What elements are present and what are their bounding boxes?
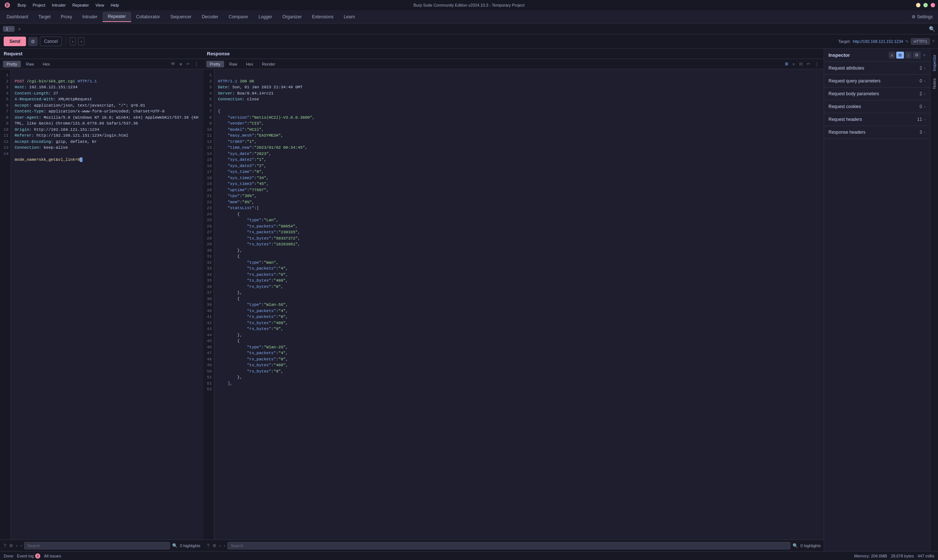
inspector-body-params[interactable]: Request body parameters 2 › (824, 88, 930, 100)
response-view-compact[interactable]: ⊟ (798, 61, 804, 67)
help-icon[interactable]: ? (932, 39, 934, 43)
edit-target-icon[interactable]: ✎ (906, 39, 909, 44)
nav-tab-learn[interactable]: Learn (338, 12, 360, 22)
millis-info: 447 millis (918, 554, 934, 558)
nav-tab-logger[interactable]: Logger (254, 12, 277, 22)
all-issues-link[interactable]: All issues (44, 554, 61, 558)
response-code-content[interactable]: HTTP/1.1 200 OK Date: Sun, 01 Jan 2023 2… (214, 69, 824, 540)
request-panel-actions: 👁 ≡ ↵ ⋮ (169, 60, 200, 68)
inspector-cookies[interactable]: Request cookies 0 › (824, 100, 930, 113)
response-search-settings-icon[interactable]: ⚙ (212, 542, 217, 549)
request-search-icon[interactable]: 🔍 (171, 542, 178, 549)
response-search-prev[interactable]: ‹ (219, 542, 221, 549)
side-tabs: Inspector Notes (930, 49, 938, 551)
response-view-list[interactable]: ≡ (791, 61, 796, 67)
status-left: Done Event log 2 All issues (4, 554, 61, 558)
cancel-button[interactable]: Cancel (40, 37, 62, 46)
menu-intruder[interactable]: Intruder (49, 2, 69, 8)
chevron-down-icon: › (924, 79, 926, 83)
response-highlights-count: 0 highlights (800, 543, 821, 548)
event-log-label: Event log (17, 554, 34, 558)
side-tab-inspector[interactable]: Inspector (931, 52, 938, 74)
request-search-settings-icon[interactable]: ⚙ (8, 542, 14, 549)
request-search-prev[interactable]: ‹ (15, 542, 18, 549)
request-panel: Request Pretty Raw Hex 👁 ≡ ↵ ⋮ 123456789… (0, 49, 203, 551)
nav-tab-repeater[interactable]: Repeater (103, 12, 131, 22)
response-panel: Response Pretty Raw Hex Render ⊞ ≡ ⊟ ↵ ⋮ (203, 49, 824, 551)
inspector-settings-btn[interactable]: ⚙ (913, 52, 921, 58)
side-tab-notes[interactable]: Notes (931, 75, 938, 92)
tab-close-1[interactable]: × (9, 27, 12, 31)
nav-tab-comparer[interactable]: Comparer (223, 12, 253, 22)
nav-tab-target[interactable]: Target (33, 12, 56, 22)
response-tab-render[interactable]: Render (258, 61, 279, 68)
send-options-button[interactable]: ⚙ (28, 37, 38, 46)
response-search-icon[interactable]: 🔍 (792, 542, 799, 549)
minimize-button[interactable] (916, 3, 920, 7)
send-button[interactable]: Send (4, 37, 26, 46)
nav-tab-decoder[interactable]: Decoder (197, 12, 223, 22)
request-search-next[interactable]: › (20, 542, 23, 549)
response-tab-hex[interactable]: Hex (243, 61, 257, 68)
response-search-next[interactable]: › (223, 542, 226, 549)
request-panel-title: Request (4, 51, 22, 56)
request-tab-pretty[interactable]: Pretty (3, 61, 21, 68)
menu-view[interactable]: View (93, 2, 107, 8)
response-line-numbers: 1234567891011121314151617181920212223242… (203, 69, 214, 540)
event-log-button[interactable]: Event log 2 (17, 554, 40, 558)
menu-project[interactable]: Project (30, 2, 48, 8)
nav-tab-organizer[interactable]: Organizer (277, 12, 307, 22)
response-search-input[interactable] (228, 542, 791, 549)
inspector-close-btn[interactable]: × (923, 53, 926, 58)
nav-tab-extensions[interactable]: Extensions (307, 12, 339, 22)
request-wrap-btn[interactable]: ↵ (185, 61, 191, 67)
response-view-split[interactable]: ⊞ (783, 61, 790, 67)
nav-right: ⚙ Settings (908, 13, 936, 21)
request-hide-btn[interactable]: 👁 (169, 60, 177, 68)
response-more-btn[interactable]: ⋮ (813, 60, 821, 68)
response-tab-pretty[interactable]: Pretty (206, 61, 224, 68)
back-button[interactable]: ‹ (69, 37, 76, 45)
menu-repeater[interactable]: Repeater (69, 2, 92, 8)
request-search-input[interactable] (24, 542, 170, 549)
nav-tab-dashboard[interactable]: Dashboard (2, 12, 33, 22)
request-view-toggle-pretty[interactable]: ≡ (178, 61, 183, 67)
nav-tab-intruder[interactable]: Intruder (77, 12, 103, 22)
inspector-section-count: 0 › (920, 104, 926, 109)
title-bar: B Burp Project Intruder Repeater View He… (0, 0, 938, 10)
maximize-button[interactable] (923, 3, 928, 7)
request-tab-hex[interactable]: Hex (39, 61, 54, 68)
chevron-down-icon: › (924, 105, 926, 109)
repeater-tab-1[interactable]: 1 × (3, 26, 15, 32)
nav-tab-collaborator[interactable]: Collaborator (131, 12, 165, 22)
inspector-request-headers[interactable]: Request headers 11 › (824, 113, 930, 126)
menu-burp[interactable]: Burp (15, 2, 29, 8)
inspector-view-split[interactable]: ⊞ (896, 52, 904, 58)
request-code-content[interactable]: POST /cgi-bin/skk_get.cgi HTTP/1.1 Host:… (11, 69, 203, 540)
close-button[interactable] (931, 3, 935, 7)
response-tab-raw[interactable]: Raw (226, 61, 241, 68)
inspector-request-attributes[interactable]: Request attributes 2 › (824, 62, 930, 75)
inspector-view-list[interactable]: ≡ (889, 52, 895, 58)
request-help-icon[interactable]: ? (3, 542, 7, 549)
inspector-sort-btn[interactable]: ↕ (905, 52, 912, 58)
forward-button[interactable]: › (78, 37, 85, 45)
inspector-response-headers[interactable]: Response headers 3 › (824, 126, 930, 139)
target-info: Target: http://192.168.121.151:1234 ✎ HT… (838, 38, 934, 45)
inspector-section-count: 3 › (920, 130, 926, 135)
menu-help[interactable]: Help (108, 2, 122, 8)
request-tab-raw[interactable]: Raw (22, 61, 38, 68)
response-footer: ? ⚙ ‹ › 🔍 0 highlights (203, 540, 824, 551)
nav-tab-proxy[interactable]: Proxy (56, 12, 77, 22)
panels-area: Request Pretty Raw Hex 👁 ≡ ↵ ⋮ 123456789… (0, 49, 938, 551)
nav-tab-sequencer[interactable]: Sequencer (165, 12, 197, 22)
tab-add-button[interactable]: + (16, 26, 23, 32)
request-more-btn[interactable]: ⋮ (193, 60, 200, 68)
inspector-query-params[interactable]: Request query parameters 0 › (824, 75, 930, 88)
http-version-badge[interactable]: HTTP/1 (911, 38, 930, 45)
search-icon[interactable]: 🔍 (929, 26, 935, 32)
inspector-section-label: Request query parameters (829, 78, 881, 83)
settings-button[interactable]: ⚙ Settings (908, 13, 936, 21)
response-help-icon[interactable]: ? (206, 542, 210, 549)
response-wrap-btn[interactable]: ↵ (806, 61, 812, 67)
